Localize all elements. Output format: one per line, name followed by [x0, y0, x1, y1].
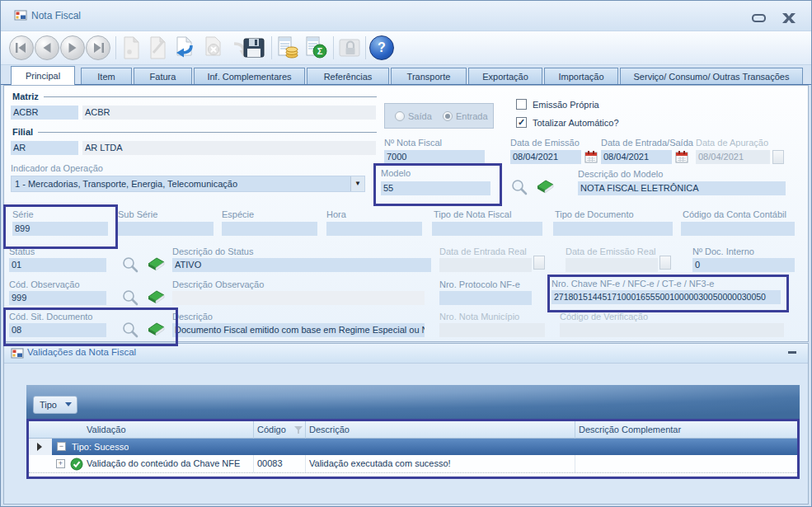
tab-item[interactable]: Item [81, 68, 132, 84]
matriz-code-field[interactable]: ACBR [11, 106, 78, 120]
data-emissao-field[interactable]: 08/04/2021 [510, 150, 581, 164]
eraser-icon[interactable] [535, 179, 555, 197]
chave-nfe-field[interactable]: 2718015144517100016555001000003005000003… [552, 290, 781, 304]
panel-collapse-icon[interactable] [788, 351, 796, 354]
grid-header-validacao[interactable]: Validação [82, 421, 253, 439]
data-apuracao-dropdown-button[interactable] [772, 150, 784, 164]
cod-observacao-field[interactable]: 999 [9, 291, 106, 305]
new-document-button[interactable] [120, 35, 144, 60]
svg-text:Σ: Σ [317, 46, 323, 56]
eraser-icon[interactable] [146, 322, 166, 340]
saida-radio[interactable] [395, 111, 405, 121]
minimize-button[interactable] [750, 12, 768, 24]
descricao-sit-field[interactable]: Documento Fiscal emitido com base em Reg… [172, 323, 425, 337]
cell-codigo: 00083 [257, 455, 303, 472]
sub-serie-field[interactable] [118, 222, 214, 236]
especie-field[interactable] [222, 222, 317, 236]
cod-verificacao-field[interactable] [560, 323, 784, 337]
data-emissao-real-dropdown-button[interactable] [659, 256, 671, 270]
cancel-document-button[interactable] [201, 35, 226, 60]
data-apuracao-field[interactable]: 08/04/2021 [696, 150, 770, 164]
tab-importacao[interactable]: Importação [544, 68, 618, 84]
eraser-icon[interactable] [146, 256, 166, 275]
protocolo-nfe-field[interactable] [439, 291, 532, 305]
modelo-label: Modelo [381, 168, 411, 178]
group-row-tipo-sucesso[interactable]: − Tipo: Sucesso [52, 439, 797, 455]
cod-sit-documento-field[interactable]: 08 [9, 323, 106, 337]
emissao-propria-checkbox[interactable] [516, 99, 527, 110]
descricao-sit-label: Descrição [172, 312, 213, 322]
last-record-button[interactable] [86, 35, 110, 60]
save-button[interactable] [242, 35, 266, 60]
tab-inf-complementares[interactable]: Inf. Complementares [194, 68, 305, 84]
hora-field[interactable] [326, 222, 422, 236]
tab-exportacao[interactable]: Exportação [468, 68, 542, 84]
totals-coins-button[interactable] [275, 35, 300, 60]
validation-row[interactable]: + Validação do conteúdo da Chave NFE 000… [29, 455, 797, 473]
previous-record-button[interactable] [35, 35, 59, 60]
help-button[interactable]: ? [369, 35, 394, 60]
tab-servico-consumo[interactable]: Serviço/ Consumo/ Outras Transações [620, 68, 803, 84]
sum-sigma-button[interactable]: Σ [303, 35, 328, 60]
first-record-button[interactable] [9, 35, 34, 60]
search-icon[interactable] [121, 321, 141, 339]
tab-transporte[interactable]: Transporte [391, 68, 467, 84]
filial-name-field[interactable]: AR LTDA [82, 141, 376, 155]
edit-document-button[interactable] [146, 35, 171, 60]
validations-grid: Validação Código Descrição Descrição Com… [26, 419, 800, 479]
data-emissao-real-field[interactable] [566, 258, 658, 272]
descricao-observacao-label: Descrição Observação [172, 279, 264, 289]
grid-header-descricao-complementar[interactable]: Descrição Complementar [575, 421, 797, 439]
indicador-operacao-combobox[interactable]: 1 - Mercadorias, Transporte, Energia, Te… [11, 176, 365, 192]
eraser-icon[interactable] [146, 289, 166, 307]
serie-field[interactable]: 899 [12, 222, 108, 236]
matriz-group-label: Matriz [12, 92, 39, 101]
modelo-field[interactable]: 55 [381, 181, 490, 195]
tab-principal[interactable]: Principal [11, 66, 75, 85]
matriz-name-field[interactable]: ACBR [82, 106, 376, 120]
next-record-button[interactable] [60, 35, 85, 60]
column-separator [305, 455, 306, 472]
search-icon[interactable] [510, 178, 530, 196]
nota-municipio-field[interactable] [439, 323, 545, 337]
column-separator [575, 455, 575, 472]
tipo-nota-fiscal-field[interactable] [432, 222, 542, 236]
protocolo-nfe-label: Nro. Protocolo NF-e [439, 279, 520, 289]
expand-row-icon[interactable]: + [56, 459, 65, 468]
descricao-modelo-field[interactable]: NOTA FISCAL ELETRÔNICA [578, 181, 786, 195]
group-by-tipo-button[interactable]: Tipo [33, 396, 77, 414]
collapse-group-icon[interactable]: − [57, 442, 66, 451]
tab-referencias[interactable]: Referências [307, 68, 389, 84]
window-title: Nota Fiscal [31, 10, 81, 21]
tipo-documento-field[interactable] [553, 222, 673, 236]
doc-interno-field[interactable]: 0 [692, 258, 795, 272]
status-label: Status [9, 246, 35, 256]
calendar-icon[interactable] [584, 150, 598, 164]
data-entrada-real-dropdown-button[interactable] [533, 256, 545, 270]
post-return-button[interactable] [172, 35, 197, 60]
filial-code-field[interactable]: AR [11, 141, 78, 155]
cod-sit-documento-label: Cód. Sit. Documento [9, 312, 93, 322]
descricao-observacao-field[interactable] [172, 291, 425, 305]
grid-header-descricao[interactable]: Descrição [305, 421, 575, 439]
descricao-status-field[interactable]: ATIVO [172, 258, 431, 272]
toolbar-separator [271, 36, 272, 59]
calendar-icon[interactable] [675, 150, 689, 164]
tab-fatura[interactable]: Fatura [134, 68, 192, 84]
filter-funnel-icon[interactable] [294, 426, 303, 434]
status-field[interactable]: 01 [9, 258, 106, 272]
totalizar-automatico-checkbox[interactable]: ✓ [516, 117, 527, 128]
search-icon[interactable] [121, 256, 141, 274]
data-entrada-real-field[interactable] [439, 258, 532, 272]
group-by-band: Tipo [26, 385, 800, 420]
data-entrada-saida-field[interactable]: 08/04/2021 [601, 150, 672, 164]
close-button[interactable] [780, 12, 798, 24]
search-icon[interactable] [121, 289, 141, 307]
entrada-radio[interactable] [443, 111, 453, 121]
chevron-down-icon[interactable]: ▼ [350, 176, 364, 191]
cod-observacao-label: Cód. Observação [9, 279, 80, 289]
tipo-nota-fiscal-label: Tipo de Nota Fiscal [434, 209, 511, 219]
conta-contabil-field[interactable] [681, 222, 795, 236]
lock-button[interactable] [337, 35, 362, 60]
num-nota-fiscal-field[interactable]: 7000 [384, 150, 485, 164]
